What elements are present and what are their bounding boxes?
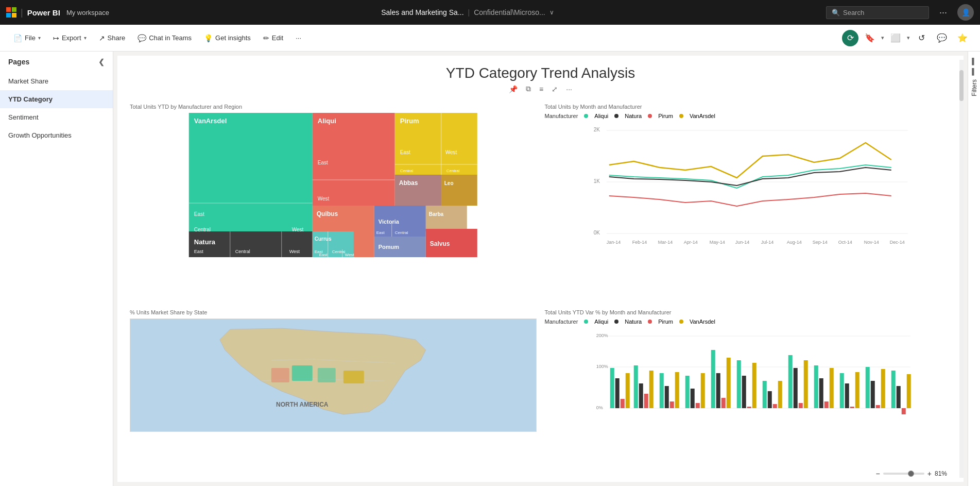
chat-in-teams-button[interactable]: 💬 Chat in Teams bbox=[132, 31, 197, 45]
bar-jul-natura bbox=[767, 391, 771, 408]
charts-grid: Total Units YTD by Manufacturer and Regi… bbox=[117, 99, 964, 479]
zoom-slider[interactable] bbox=[883, 473, 924, 475]
edit-button[interactable]: ✏ Edit bbox=[258, 31, 288, 45]
pirum-line bbox=[609, 193, 891, 206]
confidential-label: Confidential\Microso... bbox=[474, 8, 545, 16]
file-button[interactable]: 📄 File ▾ bbox=[8, 31, 46, 45]
legend-vanarsdel-dot bbox=[679, 114, 683, 118]
svg-text:West: West bbox=[289, 249, 300, 254]
bar-oct-natura bbox=[845, 383, 849, 408]
sidebar-item-market-share[interactable]: Market Share bbox=[0, 72, 113, 90]
bar-chart-wrapper[interactable]: 200% 100% 0% bbox=[545, 327, 952, 440]
more-button[interactable]: ··· bbox=[935, 5, 951, 20]
natura-line bbox=[609, 167, 891, 186]
svg-text:Leo: Leo bbox=[444, 180, 454, 186]
pin-icon[interactable]: 📌 bbox=[509, 85, 518, 93]
zoom-plus[interactable]: + bbox=[927, 470, 932, 478]
bar-may-aliqui bbox=[711, 350, 715, 408]
bar-dec-aliqui bbox=[891, 371, 895, 408]
expand-icon[interactable]: ⤢ bbox=[552, 85, 558, 93]
bar-jun-natura bbox=[742, 376, 746, 408]
bookmark-button[interactable]: 🔖 bbox=[861, 29, 879, 47]
sidebar-collapse-button[interactable]: ❮ bbox=[98, 58, 105, 66]
svg-text:VanArsdel: VanArsdel bbox=[194, 117, 227, 125]
treemap-wrapper[interactable]: VanArsdel East Central West Natura East … bbox=[130, 113, 537, 257]
scrollbar-thumb[interactable] bbox=[959, 70, 964, 101]
comments-button[interactable]: 💬 bbox=[933, 29, 951, 47]
share-button[interactable]: ↗ Share bbox=[94, 31, 131, 45]
right-bar-icon-1[interactable]: ▌ bbox=[972, 58, 976, 65]
get-insights-button[interactable]: 💡 Get insights bbox=[199, 31, 256, 45]
bar-jul-aliqui bbox=[762, 381, 766, 408]
bar-sep-natura bbox=[819, 378, 823, 408]
zoom-slider-thumb[interactable] bbox=[908, 471, 914, 477]
svg-text:Aug-14: Aug-14 bbox=[786, 240, 801, 245]
bar-apr-natura bbox=[690, 389, 694, 408]
svg-text:Abbas: Abbas bbox=[399, 179, 418, 187]
options-icon[interactable]: ··· bbox=[566, 85, 572, 93]
linechart-legend: Manufacturer Aliqui Natura Pirum VanArsd… bbox=[545, 113, 952, 119]
svg-text:Dec-14: Dec-14 bbox=[889, 240, 904, 245]
avatar-icon: 👤 bbox=[961, 8, 970, 16]
bar-legend-natura-dot bbox=[614, 320, 618, 324]
avatar[interactable]: 👤 bbox=[957, 4, 974, 21]
zoom-minus[interactable]: − bbox=[876, 470, 880, 478]
treemap-vanarsdel[interactable] bbox=[189, 113, 313, 231]
ytd-category-label: YTD Category bbox=[8, 95, 53, 103]
export-button[interactable]: ↦ Export ▾ bbox=[48, 31, 92, 45]
treemap-barba[interactable] bbox=[426, 206, 467, 229]
svg-text:Central: Central bbox=[395, 230, 408, 235]
svg-text:Jan-14: Jan-14 bbox=[606, 240, 621, 245]
fit-page-button[interactable]: ⬜ bbox=[886, 29, 905, 47]
bar-aug-pirum bbox=[798, 403, 802, 408]
export-chevron: ▾ bbox=[84, 35, 87, 41]
file-icon: 📄 bbox=[13, 34, 22, 42]
line-chart-wrapper[interactable]: 2K 1K 0K Jan-14 Feb-14 Mar-14 Apr-14 bbox=[545, 121, 952, 265]
growth-label: Growth Opportunities bbox=[8, 131, 72, 139]
svg-text:Nov-14: Nov-14 bbox=[864, 240, 879, 245]
nav-chevron-icon[interactable]: ∨ bbox=[549, 9, 554, 16]
filters-label[interactable]: Filters bbox=[971, 79, 978, 96]
bar-apr-pirum bbox=[695, 403, 699, 408]
barchart-container: Total Units YTD Var % by Month and Manuf… bbox=[541, 305, 956, 480]
svg-text:Oct-14: Oct-14 bbox=[838, 240, 852, 245]
bar-oct-aliqui bbox=[839, 373, 844, 408]
refresh-button[interactable]: ⟳ bbox=[842, 30, 858, 46]
svg-text:100%: 100% bbox=[596, 364, 608, 369]
main-layout: Pages ❮ Market Share YTD Category Sentim… bbox=[0, 52, 980, 486]
bookmark-chevron[interactable]: ▾ bbox=[881, 35, 884, 41]
right-bar-icon-2[interactable]: ▌ bbox=[972, 68, 976, 75]
vertical-scrollbar[interactable] bbox=[959, 60, 964, 478]
svg-text:Aliqui: Aliqui bbox=[318, 117, 336, 125]
copy-icon[interactable]: ⧉ bbox=[526, 85, 531, 93]
export-icon: ↦ bbox=[53, 34, 59, 42]
search-input[interactable] bbox=[843, 9, 910, 16]
reload-button[interactable]: ↺ bbox=[912, 29, 931, 47]
sidebar-item-ytd-category[interactable]: YTD Category bbox=[0, 90, 113, 108]
aliqui-line bbox=[609, 165, 891, 188]
file-chevron: ▾ bbox=[38, 35, 41, 41]
bar-jun-vanarsdel bbox=[752, 363, 756, 408]
favorite-button[interactable]: ⭐ bbox=[953, 29, 972, 47]
sidebar-item-growth[interactable]: Growth Opportunities bbox=[0, 126, 113, 144]
treemap-leo[interactable] bbox=[441, 175, 477, 206]
focus-icon[interactable]: ≡ bbox=[539, 85, 543, 93]
barchart-title: Total Units YTD Var % by Month and Manuf… bbox=[545, 309, 952, 315]
svg-text:1K: 1K bbox=[593, 178, 600, 184]
bar-aug-aliqui bbox=[788, 355, 792, 408]
right-panel: ▌ ▌ Filters bbox=[968, 52, 980, 486]
svg-text:Salvus: Salvus bbox=[430, 240, 450, 247]
svg-text:0%: 0% bbox=[596, 405, 603, 410]
map-wrapper[interactable]: NORTH AMERICA bbox=[130, 319, 537, 432]
toolbar-more-button[interactable]: ··· bbox=[290, 31, 306, 45]
sidebar-item-sentiment[interactable]: Sentiment bbox=[0, 108, 113, 126]
search-box[interactable]: 🔍 bbox=[826, 6, 929, 19]
microsoft-logo[interactable]: | Power BI bbox=[6, 7, 60, 18]
fit-chevron[interactable]: ▾ bbox=[907, 35, 910, 41]
treemap-aliqui[interactable] bbox=[313, 113, 395, 206]
edit-icon: ✏ bbox=[263, 34, 269, 42]
content-area: YTD Category Trend Analysis 📌 ⧉ ≡ ⤢ ··· … bbox=[113, 52, 968, 486]
workspace-label[interactable]: My workspace bbox=[66, 9, 109, 16]
svg-text:Natura: Natura bbox=[194, 238, 216, 246]
bar-legend-aliqui-dot bbox=[584, 320, 588, 324]
